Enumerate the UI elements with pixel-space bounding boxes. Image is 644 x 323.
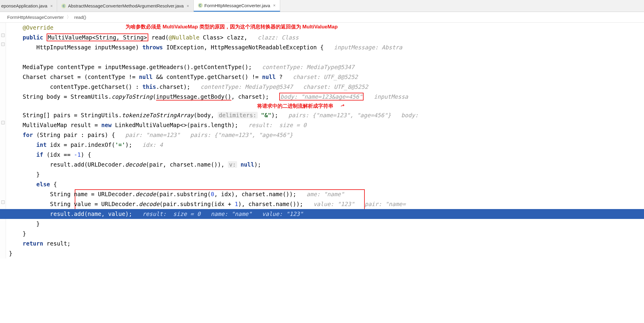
- breadcrumb-method[interactable]: read(): [74, 15, 86, 20]
- breadcrumb-class[interactable]: FormHttpMessageConverter: [7, 15, 64, 20]
- code-line: String name = URLDecoder.decode(pair.sub…: [6, 189, 644, 199]
- underline-getbody: inputMessage.getBody(): [156, 93, 231, 100]
- chevron-right-icon: 〉: [67, 14, 71, 20]
- return-type-highlight: MultiValueMap<String, String>: [47, 33, 148, 41]
- java-class-icon: C: [61, 4, 66, 8]
- code-line: String body = StreamUtils.copyToString(i…: [6, 92, 644, 102]
- code-line: public MultiValueMap<String, String> rea…: [6, 33, 644, 42]
- execution-line: result.add(name, value); result: size = …: [6, 209, 644, 219]
- close-icon[interactable]: ×: [273, 3, 276, 8]
- arrow-icon: ↗: [339, 100, 346, 110]
- code-editor[interactable]: 为啥参数必须是 MultiValueMap 类型的原因，因为这个消息转换器的返回…: [0, 23, 644, 258]
- annotation-row: 将请求中的二进制流解析成字符串 ↗: [6, 102, 644, 110]
- code-line: [6, 52, 644, 62]
- execution-marker-icon: [0, 209, 6, 219]
- code-line: else {: [6, 179, 644, 189]
- close-icon[interactable]: ×: [50, 4, 53, 8]
- body-hint-highlight: body: "name=123&age=456": [279, 93, 364, 100]
- code-line: String value = URLDecoder.decode(pair.su…: [6, 199, 644, 209]
- close-icon[interactable]: ×: [187, 4, 189, 8]
- code-line: MultiValueMap result = new LinkedMultiVa…: [6, 120, 644, 130]
- tab-eponse-application[interactable]: eponseApplication.java ×: [0, 0, 57, 12]
- fold-icon[interactable]: [1, 42, 5, 46]
- gutter: [0, 23, 6, 258]
- code-line: HttpInputMessage inputMessage) throws IO…: [6, 42, 644, 52]
- code-line: String[] pairs = StringUtils.tokenizeToS…: [6, 110, 644, 120]
- code-line: }: [6, 170, 644, 179]
- code-line: Charset charset = (contentType != null &…: [6, 72, 644, 82]
- fold-icon[interactable]: [1, 33, 5, 37]
- fold-icon[interactable]: [1, 121, 5, 124]
- annotation-mid: 将请求中的二进制流解析成字符串: [257, 102, 333, 110]
- code-line: if (idx == -1) {: [6, 150, 644, 160]
- code-line: return result;: [6, 239, 644, 249]
- code-line: }: [6, 249, 644, 258]
- code-line: for (String pair : pairs) { pair: "name=…: [6, 130, 644, 140]
- tab-form-http-converter[interactable]: C FormHttpMessageConverter.java ×: [194, 0, 280, 12]
- code-line: MediaType contentType = inputMessage.get…: [6, 62, 644, 72]
- code-line: }: [6, 229, 644, 239]
- tab-label: AbstractMessageConverterMethodArgumentRe…: [68, 3, 184, 8]
- code-line: contentType.getCharset() : this.charset)…: [6, 82, 644, 92]
- code-line: result.add(URLDecoder.decode(pair, chars…: [6, 160, 644, 170]
- java-class-icon: C: [198, 3, 203, 8]
- fold-icon[interactable]: [1, 200, 5, 204]
- breadcrumb: FormHttpMessageConverter 〉 read(): [0, 12, 644, 23]
- tab-abstract-resolver[interactable]: C AbstractMessageConverterMethodArgument…: [57, 0, 193, 12]
- tab-label: FormHttpMessageConverter.java: [205, 3, 270, 8]
- code-line: }: [6, 219, 644, 229]
- code-line: int idx = pair.indexOf('='); idx: 4: [6, 140, 644, 150]
- editor-tabs: eponseApplication.java × C AbstractMessa…: [0, 0, 644, 12]
- code-line: @Override: [6, 23, 644, 33]
- tab-label: eponseApplication.java: [1, 3, 47, 8]
